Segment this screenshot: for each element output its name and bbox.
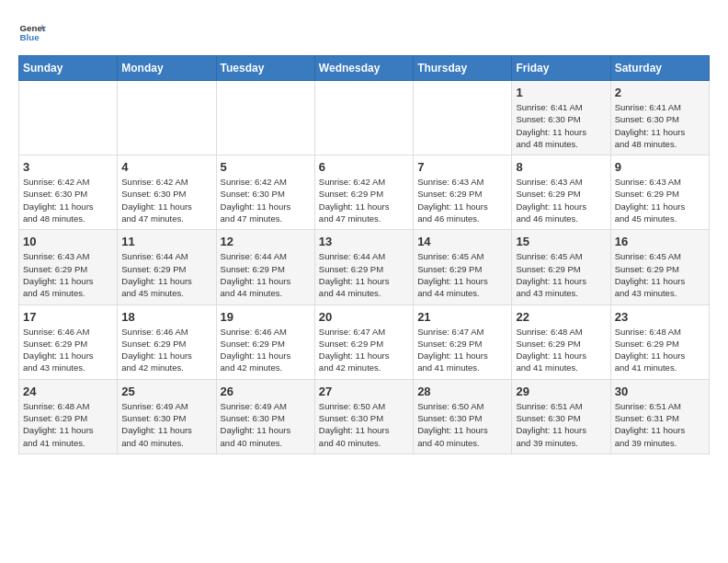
day-number: 6 [319,160,409,174]
day-info: Sunrise: 6:49 AM Sunset: 6:30 PM Dayligh… [121,400,211,449]
calendar-cell [19,81,118,155]
calendar-cell: 10Sunrise: 6:43 AM Sunset: 6:29 PM Dayli… [19,230,118,304]
calendar-cell: 27Sunrise: 6:50 AM Sunset: 6:30 PM Dayli… [314,379,413,454]
day-info: Sunrise: 6:42 AM Sunset: 6:30 PM Dayligh… [121,176,211,224]
calendar-cell: 6Sunrise: 6:42 AM Sunset: 6:29 PM Daylig… [314,155,413,230]
day-number: 23 [615,310,705,324]
calendar-cell: 24Sunrise: 6:48 AM Sunset: 6:29 PM Dayli… [19,379,118,454]
calendar-cell [216,81,314,155]
day-info: Sunrise: 6:42 AM Sunset: 6:30 PM Dayligh… [221,176,311,224]
day-info: Sunrise: 6:45 AM Sunset: 6:29 PM Dayligh… [417,250,507,299]
day-info: Sunrise: 6:48 AM Sunset: 6:29 PM Dayligh… [615,326,705,374]
calendar-cell: 7Sunrise: 6:43 AM Sunset: 6:29 PM Daylig… [414,155,512,230]
calendar-week-row: 10Sunrise: 6:43 AM Sunset: 6:29 PM Dayli… [19,230,710,304]
calendar-week-row: 1Sunrise: 6:41 AM Sunset: 6:30 PM Daylig… [19,81,710,155]
calendar-cell: 15Sunrise: 6:45 AM Sunset: 6:29 PM Dayli… [512,230,610,304]
day-info: Sunrise: 6:47 AM Sunset: 6:29 PM Dayligh… [417,326,507,374]
weekday-header: Friday [512,56,610,81]
calendar-cell: 17Sunrise: 6:46 AM Sunset: 6:29 PM Dayli… [19,304,118,379]
day-info: Sunrise: 6:51 AM Sunset: 6:31 PM Dayligh… [615,400,705,449]
day-info: Sunrise: 6:47 AM Sunset: 6:29 PM Dayligh… [319,326,409,374]
calendar-cell: 4Sunrise: 6:42 AM Sunset: 6:30 PM Daylig… [118,155,216,230]
day-info: Sunrise: 6:42 AM Sunset: 6:29 PM Dayligh… [319,176,409,224]
day-number: 21 [417,310,507,324]
day-number: 9 [615,160,705,174]
calendar-cell: 26Sunrise: 6:49 AM Sunset: 6:30 PM Dayli… [216,379,314,454]
day-info: Sunrise: 6:43 AM Sunset: 6:29 PM Dayligh… [615,176,705,224]
day-number: 1 [516,86,606,99]
day-number: 5 [221,160,311,174]
day-number: 10 [23,235,113,248]
calendar-cell: 30Sunrise: 6:51 AM Sunset: 6:31 PM Dayli… [610,379,709,454]
day-number: 17 [23,310,113,324]
day-number: 22 [516,310,606,324]
day-info: Sunrise: 6:44 AM Sunset: 6:29 PM Dayligh… [319,250,409,299]
day-info: Sunrise: 6:50 AM Sunset: 6:30 PM Dayligh… [319,400,409,449]
day-number: 7 [417,160,507,174]
day-info: Sunrise: 6:46 AM Sunset: 6:29 PM Dayligh… [23,326,113,374]
calendar-cell: 28Sunrise: 6:50 AM Sunset: 6:30 PM Dayli… [414,379,512,454]
calendar-week-row: 24Sunrise: 6:48 AM Sunset: 6:29 PM Dayli… [19,379,710,454]
calendar-cell: 20Sunrise: 6:47 AM Sunset: 6:29 PM Dayli… [314,304,413,379]
calendar-cell: 11Sunrise: 6:44 AM Sunset: 6:29 PM Dayli… [118,230,216,304]
day-info: Sunrise: 6:42 AM Sunset: 6:30 PM Dayligh… [23,176,113,224]
calendar-cell: 25Sunrise: 6:49 AM Sunset: 6:30 PM Dayli… [118,379,216,454]
day-number: 25 [121,385,211,398]
day-number: 2 [615,86,705,99]
weekday-header: Thursday [414,56,512,81]
calendar-cell: 9Sunrise: 6:43 AM Sunset: 6:29 PM Daylig… [610,155,709,230]
day-number: 20 [319,310,409,324]
day-number: 15 [516,235,606,248]
weekday-header: Saturday [610,56,709,81]
day-number: 28 [417,385,507,398]
calendar-cell [118,81,216,155]
day-number: 3 [23,160,113,174]
day-info: Sunrise: 6:43 AM Sunset: 6:29 PM Dayligh… [417,176,507,224]
logo: General Blue [18,18,46,46]
day-number: 16 [615,235,705,248]
day-info: Sunrise: 6:43 AM Sunset: 6:29 PM Dayligh… [516,176,606,224]
day-number: 19 [221,310,311,324]
calendar-cell: 23Sunrise: 6:48 AM Sunset: 6:29 PM Dayli… [610,304,709,379]
day-number: 27 [319,385,409,398]
day-number: 12 [221,235,311,248]
day-info: Sunrise: 6:51 AM Sunset: 6:30 PM Dayligh… [516,400,606,449]
day-number: 29 [516,385,606,398]
calendar-cell [314,81,413,155]
calendar-cell: 18Sunrise: 6:46 AM Sunset: 6:29 PM Dayli… [118,304,216,379]
day-info: Sunrise: 6:48 AM Sunset: 6:29 PM Dayligh… [23,400,113,449]
calendar-header-row: SundayMondayTuesdayWednesdayThursdayFrid… [19,56,710,81]
weekday-header: Sunday [19,56,118,81]
calendar-table: SundayMondayTuesdayWednesdayThursdayFrid… [18,55,710,454]
day-number: 11 [121,235,211,248]
calendar-cell: 29Sunrise: 6:51 AM Sunset: 6:30 PM Dayli… [512,379,610,454]
day-info: Sunrise: 6:45 AM Sunset: 6:29 PM Dayligh… [516,250,606,299]
day-info: Sunrise: 6:41 AM Sunset: 6:30 PM Dayligh… [516,101,606,150]
day-number: 18 [121,310,211,324]
day-number: 24 [23,385,113,398]
calendar-cell: 16Sunrise: 6:45 AM Sunset: 6:29 PM Dayli… [610,230,709,304]
calendar-cell: 13Sunrise: 6:44 AM Sunset: 6:29 PM Dayli… [314,230,413,304]
day-number: 26 [221,385,311,398]
calendar-cell: 3Sunrise: 6:42 AM Sunset: 6:30 PM Daylig… [19,155,118,230]
day-number: 30 [615,385,705,398]
calendar-cell: 19Sunrise: 6:46 AM Sunset: 6:29 PM Dayli… [216,304,314,379]
calendar-week-row: 3Sunrise: 6:42 AM Sunset: 6:30 PM Daylig… [19,155,710,230]
calendar-cell: 22Sunrise: 6:48 AM Sunset: 6:29 PM Dayli… [512,304,610,379]
day-info: Sunrise: 6:46 AM Sunset: 6:29 PM Dayligh… [221,326,311,374]
day-info: Sunrise: 6:44 AM Sunset: 6:29 PM Dayligh… [221,250,311,299]
calendar-cell: 12Sunrise: 6:44 AM Sunset: 6:29 PM Dayli… [216,230,314,304]
day-number: 14 [417,235,507,248]
day-info: Sunrise: 6:49 AM Sunset: 6:30 PM Dayligh… [221,400,311,449]
page-header: General Blue [18,18,710,46]
calendar-cell: 21Sunrise: 6:47 AM Sunset: 6:29 PM Dayli… [414,304,512,379]
calendar-week-row: 17Sunrise: 6:46 AM Sunset: 6:29 PM Dayli… [19,304,710,379]
day-number: 4 [121,160,211,174]
day-info: Sunrise: 6:45 AM Sunset: 6:29 PM Dayligh… [615,250,705,299]
calendar-cell: 2Sunrise: 6:41 AM Sunset: 6:30 PM Daylig… [610,81,709,155]
weekday-header: Wednesday [314,56,413,81]
weekday-header: Tuesday [216,56,314,81]
day-info: Sunrise: 6:44 AM Sunset: 6:29 PM Dayligh… [121,250,211,299]
day-info: Sunrise: 6:48 AM Sunset: 6:29 PM Dayligh… [516,326,606,374]
day-info: Sunrise: 6:43 AM Sunset: 6:29 PM Dayligh… [23,250,113,299]
